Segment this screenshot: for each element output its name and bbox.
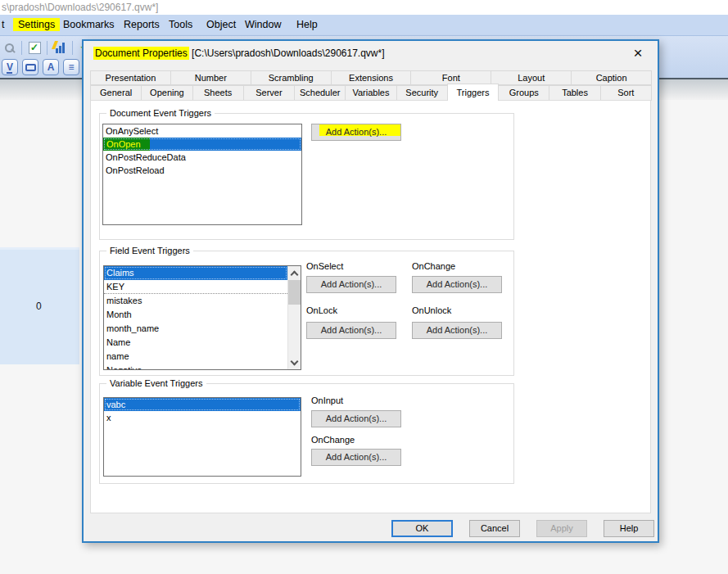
document-triggers-list[interactable]: OnAnySelect OnOpen OnPostReduceData OnPo… xyxy=(102,124,302,225)
list-item-key[interactable]: KEY xyxy=(104,280,287,294)
ok-button[interactable]: OK xyxy=(391,520,453,537)
triggers-tab-page: Document Event Triggers OnAnySelect OnOp… xyxy=(90,100,651,513)
cancel-button[interactable]: Cancel xyxy=(469,520,520,537)
menu-bar: t Settings Bookmarks Reports Tools Objec… xyxy=(0,15,728,36)
onunlock-add-actions-button[interactable]: Add Action(s)... xyxy=(412,322,502,339)
list-item-name-lower[interactable]: name xyxy=(104,350,287,364)
document-add-actions-button[interactable]: Add Action(s)... xyxy=(311,124,401,141)
list-item-claims-selected[interactable]: Claims xyxy=(104,266,287,280)
scrollbar-thumb[interactable] xyxy=(288,280,301,305)
tab-number[interactable]: Number xyxy=(170,70,251,85)
monitor-icon[interactable] xyxy=(22,59,38,75)
list-item-month[interactable]: Month xyxy=(104,308,287,322)
menu-item-bookmarks[interactable]: Bookmarks xyxy=(63,19,115,30)
menu-item-window[interactable]: Window xyxy=(245,19,281,30)
onunlock-label: OnUnlock xyxy=(412,305,451,315)
document-event-triggers-label: Document Event Triggers xyxy=(106,108,215,118)
field-event-triggers-label: Field Event Triggers xyxy=(106,246,193,255)
search-icon[interactable] xyxy=(1,39,17,56)
menu-item-settings[interactable]: Settings xyxy=(13,19,60,30)
chart-wizard-icon[interactable] xyxy=(52,39,68,56)
tab-sort[interactable]: Sort xyxy=(600,85,652,101)
button-label: Add Action(s)... xyxy=(326,127,387,137)
button-label: Add Action(s)... xyxy=(326,414,387,423)
listbox-value: 0 xyxy=(36,301,42,312)
tab-general[interactable]: General xyxy=(90,85,142,101)
list-item-onpostreload[interactable]: OnPostReload xyxy=(103,164,301,177)
menu-item-tools[interactable]: Tools xyxy=(169,19,192,30)
document-properties-dialog: Document Properties [C:\Users\pradosh\Do… xyxy=(82,39,659,543)
check-glyph: ✓ xyxy=(29,42,41,54)
button-label: Add Action(s)... xyxy=(427,325,488,335)
toolbar-separator xyxy=(72,41,73,55)
tab-layout[interactable]: Layout xyxy=(491,70,572,85)
font-a-icon[interactable]: A xyxy=(43,59,59,75)
menu-item-partial[interactable]: t xyxy=(2,19,4,30)
variable-event-triggers-group: Variable Event Triggers vabc x OnInput A… xyxy=(99,383,514,484)
onselect-label: OnSelect xyxy=(306,261,343,271)
monitor-base xyxy=(7,72,12,74)
field-event-triggers-group: Field Event Triggers Claims KEY mistakes… xyxy=(99,251,514,376)
tab-scheduler[interactable]: Scheduler xyxy=(294,85,346,101)
onchange-variable-label: OnChange xyxy=(311,435,355,445)
toolbar-row-1: ✓ ★ xyxy=(1,39,93,56)
onchange-field-label: OnChange xyxy=(412,261,455,271)
list-item-onopen-selected[interactable]: OnOpen xyxy=(103,138,301,151)
oninput-label: OnInput xyxy=(311,395,343,405)
button-label: Add Action(s)... xyxy=(321,325,382,335)
variable-triggers-list[interactable]: vabc x xyxy=(103,397,301,477)
close-icon[interactable]: × xyxy=(626,43,649,64)
tab-scrambling[interactable]: Scrambling xyxy=(251,70,332,85)
oninput-add-actions-button[interactable]: Add Action(s)... xyxy=(311,410,401,427)
list-item-vabc-selected[interactable]: vabc xyxy=(104,398,301,411)
dialog-title-path: [C:\Users\pradosh\Downloads\290617.qvw*] xyxy=(189,47,385,59)
tab-presentation[interactable]: Presentation xyxy=(90,70,171,85)
tab-caption[interactable]: Caption xyxy=(571,70,652,85)
tab-variables[interactable]: Variables xyxy=(345,85,396,101)
search-lens xyxy=(5,43,14,52)
button-label: Add Action(s)... xyxy=(321,279,382,289)
list-item-mistakes[interactable]: mistakes xyxy=(104,294,287,308)
chart-bars xyxy=(56,43,65,53)
background-listbox-panel[interactable]: 0 xyxy=(0,247,79,364)
tab-sheets[interactable]: Sheets xyxy=(192,85,244,101)
menu-item-help[interactable]: Help xyxy=(296,19,318,30)
list-item-negative[interactable]: Negative xyxy=(104,364,287,370)
list-lines-icon[interactable]: ≡ xyxy=(63,59,79,75)
list-item-month-name[interactable]: month_name xyxy=(104,322,287,336)
tab-extensions[interactable]: Extensions xyxy=(331,70,412,85)
app-window-title: s\pradosh\Downloads\290617.qvw*] xyxy=(0,0,728,15)
field-triggers-list[interactable]: Claims KEY mistakes Month month_name Nam… xyxy=(103,265,301,370)
tab-groups[interactable]: Groups xyxy=(498,85,549,101)
onselect-add-actions-button[interactable]: Add Action(s)... xyxy=(306,276,396,293)
help-button[interactable]: Help xyxy=(604,520,654,537)
list-item-onpostreducedata[interactable]: OnPostReduceData xyxy=(103,151,301,164)
onlock-add-actions-button[interactable]: Add Action(s)... xyxy=(306,322,396,339)
tab-security[interactable]: Security xyxy=(396,85,448,101)
scroll-up-icon[interactable] xyxy=(288,266,301,279)
field-list-scrollbar[interactable] xyxy=(287,266,301,369)
toolbar-row-2: V A ≡ xyxy=(2,59,79,75)
list-item-name-upper[interactable]: Name xyxy=(104,336,287,350)
onchange-field-add-actions-button[interactable]: Add Action(s)... xyxy=(412,276,502,293)
dialog-title-highlight: Document Properties xyxy=(93,47,189,60)
tab-tables[interactable]: Tables xyxy=(549,85,600,101)
list-item-onanyselect[interactable]: OnAnySelect xyxy=(103,124,301,138)
tab-server[interactable]: Server xyxy=(243,85,295,101)
sheet-check-icon[interactable]: ✓ xyxy=(26,39,43,56)
onlock-label: OnLock xyxy=(306,305,337,315)
toolbar-separator xyxy=(21,41,22,55)
apply-button: Apply xyxy=(536,520,587,537)
menu-item-object[interactable]: Object xyxy=(206,19,236,30)
tab-triggers[interactable]: Triggers xyxy=(447,84,499,101)
tab-opening[interactable]: Opening xyxy=(141,85,192,101)
list-item-x[interactable]: x xyxy=(104,411,301,424)
menu-item-reports[interactable]: Reports xyxy=(124,19,160,30)
button-label: Add Action(s)... xyxy=(326,452,387,462)
dialog-title: Document Properties [C:\Users\pradosh\Do… xyxy=(93,47,385,59)
scroll-down-icon[interactable] xyxy=(288,356,301,369)
document-event-triggers-group: Document Event Triggers OnAnySelect OnOp… xyxy=(99,113,514,240)
button-label: Add Action(s)... xyxy=(427,279,488,289)
onchange-variable-add-actions-button[interactable]: Add Action(s)... xyxy=(311,449,401,466)
variable-event-triggers-label: Variable Event Triggers xyxy=(106,378,206,388)
